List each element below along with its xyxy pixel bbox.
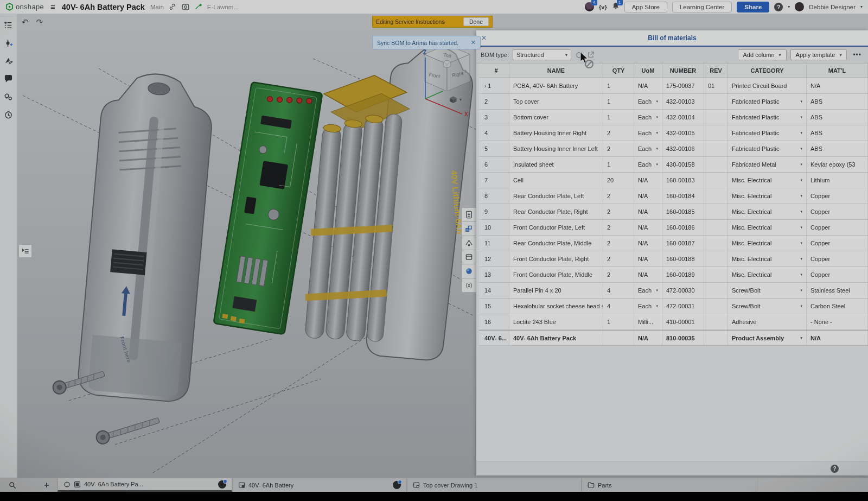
instance-list-toggle[interactable] xyxy=(18,244,32,258)
bom-cell-category[interactable]: Misc. Electrical▾ xyxy=(728,267,807,282)
category-dropdown-caret-icon[interactable]: ▾ xyxy=(800,178,802,182)
bom-cell-name[interactable]: PCBA, 40V- 6Ah Battery xyxy=(509,78,603,93)
more-options-button[interactable]: ••• xyxy=(851,51,864,59)
bom-cell-number[interactable]: 160-00186 xyxy=(662,220,704,235)
bom-cell-qty[interactable]: 2 xyxy=(603,220,634,235)
mate-icon[interactable] xyxy=(3,37,14,48)
bom-column-header[interactable]: NAME xyxy=(509,64,603,78)
apply-template-button[interactable]: Apply template ▾ xyxy=(790,49,847,60)
help-caret-icon[interactable]: ▾ xyxy=(788,4,790,9)
versions-icon[interactable] xyxy=(181,3,190,11)
bom-cell-qty[interactable]: 2 xyxy=(603,204,634,219)
uom-dropdown-caret-icon[interactable]: ▾ xyxy=(656,147,658,151)
bom-cell-material[interactable]: ABS xyxy=(807,141,868,156)
app-store-button[interactable]: App Store xyxy=(624,2,667,12)
bom-row[interactable]: 4Battery Housing Inner Right2Each▾432-00… xyxy=(479,125,868,141)
linked-document-name[interactable]: E-Lawnm... xyxy=(207,4,239,10)
bom-cell-material[interactable]: N/A xyxy=(807,78,868,93)
bom-cell-name[interactable]: Rear Conductor Plate, Left xyxy=(509,188,603,204)
featurescript-icon[interactable]: {v} xyxy=(599,4,607,10)
bom-cell-name[interactable]: Loctite 243 Blue xyxy=(509,314,603,329)
bom-cell-category[interactable]: Adhesive xyxy=(728,314,807,329)
redo-icon[interactable]: ↷ xyxy=(36,17,43,27)
bom-cell-category[interactable]: Screw/Bolt▾ xyxy=(728,283,807,298)
row-expander-icon[interactable]: › xyxy=(484,83,486,89)
category-dropdown-caret-icon[interactable]: ▾ xyxy=(800,131,802,135)
bom-cell-number[interactable]: 432-00105 xyxy=(662,125,704,141)
configurations-panel-icon[interactable] xyxy=(462,250,476,264)
bom-cell-rev[interactable] xyxy=(704,236,728,251)
bom-cell-rev[interactable] xyxy=(704,157,728,172)
bom-row[interactable]: 16Loctite 243 Blue1Milli...410-00001Adhe… xyxy=(479,314,868,330)
bom-cell-number[interactable]: 432-00104 xyxy=(662,110,704,125)
bom-row[interactable]: 14Parallel Pin 4 x 204Each▾472-00030Scre… xyxy=(479,283,868,299)
bom-cell-rev[interactable] xyxy=(704,125,728,141)
tab-drawing[interactable]: Top cover Drawing 1 xyxy=(407,478,582,492)
bom-cell-number[interactable]: 160-00188 xyxy=(662,251,704,267)
bom-cell-category[interactable]: Misc. Electrical▾ xyxy=(728,188,807,204)
bom-cell-rev[interactable] xyxy=(704,188,728,204)
tab-part-studio[interactable]: 40V- 6Ah Battery xyxy=(232,478,407,492)
new-tab-button[interactable]: + xyxy=(36,478,58,492)
feature-list-icon[interactable] xyxy=(3,20,14,30)
user-menu-caret-icon[interactable]: ▾ xyxy=(860,4,863,9)
bom-column-header[interactable]: NUMBER xyxy=(662,64,704,78)
bom-cell-qty[interactable]: 1 xyxy=(603,314,634,329)
bom-cell-rev[interactable] xyxy=(704,283,728,298)
bom-cell-number[interactable]: 430-00158 xyxy=(662,157,704,172)
uom-dropdown-caret-icon[interactable]: ▾ xyxy=(656,288,658,293)
bom-cell-qty[interactable]: 4 xyxy=(603,283,634,298)
add-column-button[interactable]: Add column ▾ xyxy=(738,49,787,60)
undo-icon[interactable]: ↶ xyxy=(22,17,29,27)
learning-center-button[interactable]: Learning Center xyxy=(672,2,732,12)
bom-cell-name[interactable]: 40V- 6Ah Battery Pack xyxy=(509,331,603,345)
bom-cell-material[interactable]: Copper xyxy=(807,188,868,204)
tab-assembly[interactable]: 40V- 6Ah Battery Pa... xyxy=(58,478,232,492)
bom-row[interactable]: 11Rear Conductor Plate, Middle2N/A160-00… xyxy=(479,236,868,251)
bom-panel-icon[interactable] xyxy=(462,207,476,222)
bom-cell-material[interactable]: Kevlar epoxy (53 xyxy=(807,157,868,172)
bom-cell-rev[interactable]: 01 xyxy=(704,78,728,93)
bom-cell-name[interactable]: Rear Conductor Plate, Middle xyxy=(509,236,603,251)
bom-cell-number[interactable]: 160-00185 xyxy=(662,204,704,219)
bom-column-header[interactable]: QTY xyxy=(603,64,634,78)
bom-cell-category[interactable]: Misc. Electrical▾ xyxy=(728,236,807,251)
bom-cell-material[interactable]: Stainless Steel xyxy=(807,283,868,298)
category-dropdown-caret-icon[interactable]: ▾ xyxy=(800,162,802,167)
bom-cell-material[interactable]: Copper xyxy=(807,267,868,282)
bom-cell-name[interactable]: Cell xyxy=(509,173,603,188)
bom-cell-uom[interactable]: Each▾ xyxy=(634,299,662,314)
variables-panel-icon[interactable]: (x) xyxy=(462,278,476,293)
bom-cell-material[interactable]: N/A xyxy=(807,331,868,345)
bom-cell-number[interactable]: 472-00031 xyxy=(662,299,704,314)
bom-cell-uom[interactable]: N/A xyxy=(634,78,662,93)
instances-panel-icon[interactable] xyxy=(462,221,476,236)
bom-cell-name[interactable]: Hexalobular socket cheese head s... xyxy=(509,299,603,314)
bom-cell-number[interactable]: 432-00106 xyxy=(662,141,704,156)
bom-cell-qty[interactable]: 20 xyxy=(603,173,634,188)
category-dropdown-caret-icon[interactable]: ▾ xyxy=(800,257,802,261)
bom-cell-number[interactable]: 472-00030 xyxy=(662,283,704,298)
bom-cell-category[interactable]: Printed Circuit Board xyxy=(728,78,807,93)
tab-search-icon[interactable] xyxy=(4,478,21,492)
bom-row[interactable]: 10Front Conductor Plate, Left2N/A160-001… xyxy=(479,220,868,236)
bom-cell-uom[interactable]: N/A xyxy=(634,236,662,251)
bom-cell-number[interactable]: 175-00037 xyxy=(662,78,704,93)
bom-cell-name[interactable]: Battery Housing Inner Inner Left xyxy=(509,141,603,156)
bom-cell-uom[interactable]: N/A xyxy=(634,204,662,219)
bom-cell-material[interactable]: - None - xyxy=(807,314,868,329)
bom-row[interactable]: 6Insulated sheet1Each▾430-00158Fabricate… xyxy=(479,157,868,173)
appearance-panel-icon[interactable] xyxy=(462,264,476,278)
bom-cell-name[interactable]: Front Conductor Plate, Right xyxy=(509,251,603,267)
user-avatar[interactable] xyxy=(795,2,804,11)
category-dropdown-caret-icon[interactable]: ▾ xyxy=(800,272,802,277)
bom-column-header[interactable]: UoM xyxy=(634,64,662,78)
workspace-name[interactable]: Main xyxy=(150,4,164,10)
bom-cell-material[interactable]: Copper xyxy=(807,236,868,251)
bom-row[interactable]: 3Bottom cover1Each▾432-00104Fabricated P… xyxy=(479,110,868,125)
bom-cell-uom[interactable]: Each▾ xyxy=(634,141,662,156)
bom-cell-rev[interactable] xyxy=(704,110,728,125)
tab-folder[interactable]: Parts xyxy=(582,478,756,492)
main-menu-icon[interactable]: ≡ xyxy=(48,2,58,11)
bom-cell-category[interactable]: Misc. Electrical▾ xyxy=(728,220,807,235)
